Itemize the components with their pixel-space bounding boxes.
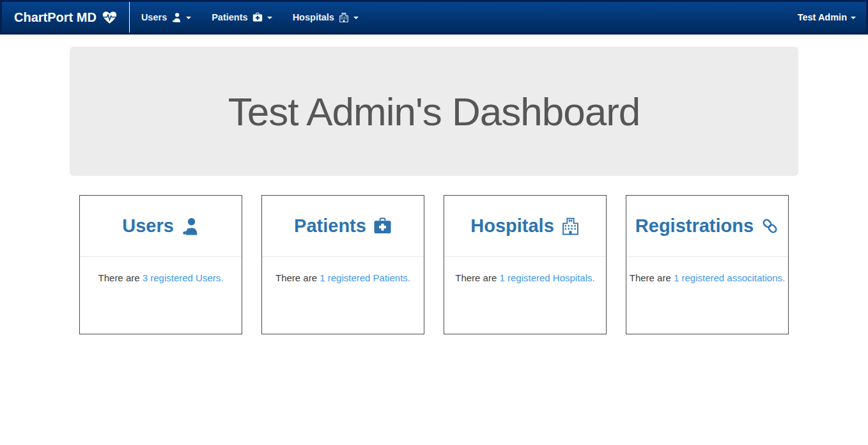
panel-hospitals-title: Hospitals — [470, 215, 554, 237]
panel-patients-title: Patients — [294, 215, 366, 237]
panel-hospitals-body: There are 1 registered Hospitals. — [444, 257, 606, 283]
panel-users-text: There are — [98, 272, 143, 283]
user-menu[interactable]: Test Admin — [798, 12, 856, 22]
panel-patients-text: There are — [275, 272, 320, 283]
heartbeat-icon — [102, 11, 117, 24]
user-md-icon — [181, 217, 199, 235]
hospital-icon — [339, 12, 349, 22]
caret-down-icon — [353, 17, 359, 19]
panel-registrations-body: There are 1 registered associtations. — [626, 257, 788, 283]
panel-registrations-text: There are — [630, 272, 674, 283]
summary-panels: Users There are 3 registered Users. Pati… — [79, 195, 789, 334]
jumbotron: Test Admin's Dashboard — [70, 47, 798, 176]
users-count-link[interactable]: 3 registered Users. — [143, 272, 224, 283]
caret-down-icon — [186, 17, 191, 19]
nav-item-users-label: Users — [141, 12, 167, 22]
panel-hospitals: Hospitals There are 1 registered Hospita… — [444, 195, 607, 334]
navbar-right: Test Admin — [798, 2, 866, 33]
brand-link[interactable]: ChartPort MD — [2, 2, 129, 33]
patients-count-link[interactable]: 1 registered Patients. — [320, 272, 410, 283]
panel-registrations-heading: Registrations — [626, 196, 788, 257]
nav-item-hospitals[interactable]: Hospitals — [283, 2, 369, 33]
nav-item-users[interactable]: Users — [131, 2, 201, 33]
nav-item-patients-label: Patients — [212, 12, 247, 22]
nav-item-hospitals-label: Hospitals — [293, 12, 334, 22]
user-md-icon — [171, 12, 182, 22]
caret-down-icon — [851, 17, 856, 19]
panel-users-title: Users — [122, 215, 174, 237]
main-container: Test Admin's Dashboard Users There are 3… — [70, 47, 798, 334]
medkit-icon — [252, 12, 263, 22]
panel-registrations: Registrations There are 1 registered ass… — [626, 195, 789, 334]
panel-users: Users There are 3 registered Users. — [79, 195, 242, 334]
panel-users-heading: Users — [80, 196, 242, 257]
brand-label: ChartPort MD — [14, 10, 97, 25]
nav-item-patients[interactable]: Patients — [201, 2, 282, 33]
hospitals-count-link[interactable]: 1 registered Hospitals. — [499, 272, 594, 283]
main-nav: Users Patients — [130, 2, 369, 33]
registrations-count-link[interactable]: 1 registered associtations. — [674, 272, 785, 283]
hospital-icon — [561, 217, 580, 235]
panel-patients-body: There are 1 registered Patients. — [262, 257, 424, 283]
panel-patients: Patients There are 1 registered Patients… — [261, 195, 424, 334]
panel-hospitals-text: There are — [455, 272, 499, 283]
medkit-icon — [373, 217, 392, 235]
panel-users-body: There are 3 registered Users. — [80, 257, 242, 283]
link-icon — [761, 217, 779, 235]
navbar: ChartPort MD Users Patients — [0, 0, 868, 35]
panel-registrations-title: Registrations — [635, 215, 754, 237]
panel-hospitals-heading: Hospitals — [444, 196, 606, 257]
user-menu-label: Test Admin — [798, 12, 847, 22]
caret-down-icon — [267, 17, 272, 19]
page-title: Test Admin's Dashboard — [228, 89, 640, 134]
panel-patients-heading: Patients — [262, 196, 424, 257]
